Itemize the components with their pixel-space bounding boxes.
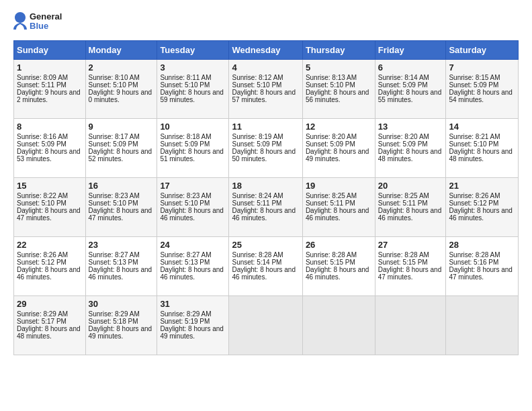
calendar-cell: 16Sunrise: 8:23 AMSunset: 5:10 PMDayligh… xyxy=(85,178,157,237)
daylight-label: Daylight: 8 hours and 46 minutes. xyxy=(160,266,224,281)
weekday-header-sunday: Sunday xyxy=(14,41,86,60)
sunrise-label: Sunrise: 8:28 AM xyxy=(449,251,500,259)
sunset-label: Sunset: 5:09 PM xyxy=(160,140,210,148)
weekday-header-tuesday: Tuesday xyxy=(157,41,229,60)
calendar-page: General Blue SundayMondayTuesdayWednesda… xyxy=(0,0,532,366)
daylight-label: Daylight: 8 hours and 49 minutes. xyxy=(160,325,224,340)
daylight-label: Daylight: 9 hours and 0 minutes. xyxy=(89,89,152,103)
calendar-cell xyxy=(446,296,519,355)
sunrise-label: Sunrise: 8:24 AM xyxy=(232,192,283,199)
weekday-header-wednesday: Wednesday xyxy=(229,41,302,60)
sunrise-label: Sunrise: 8:22 AM xyxy=(17,192,68,199)
sunset-label: Sunset: 5:16 PM xyxy=(449,259,498,266)
calendar-cell: 5Sunrise: 8:13 AMSunset: 5:10 PMDaylight… xyxy=(302,60,375,119)
sunset-label: Sunset: 5:09 PM xyxy=(449,81,498,89)
daylight-label: Daylight: 8 hours and 51 minutes. xyxy=(160,148,224,163)
calendar-cell: 15Sunrise: 8:22 AMSunset: 5:10 PMDayligh… xyxy=(14,178,86,237)
daylight-label: Daylight: 8 hours and 46 minutes. xyxy=(232,266,296,281)
day-number: 28 xyxy=(449,240,515,250)
calendar-cell: 22Sunrise: 8:26 AMSunset: 5:12 PMDayligh… xyxy=(14,237,86,296)
sunset-label: Sunset: 5:11 PM xyxy=(232,199,281,207)
daylight-label: Daylight: 8 hours and 46 minutes. xyxy=(17,266,81,281)
day-number: 9 xyxy=(89,122,154,132)
day-number: 21 xyxy=(449,181,515,191)
sunrise-label: Sunrise: 8:10 AM xyxy=(89,74,140,81)
sunrise-label: Sunrise: 8:20 AM xyxy=(378,133,429,140)
sunrise-label: Sunrise: 8:26 AM xyxy=(17,251,68,259)
sunset-label: Sunset: 5:15 PM xyxy=(306,259,355,266)
week-row-4: 22Sunrise: 8:26 AMSunset: 5:12 PMDayligh… xyxy=(14,237,519,296)
daylight-label: Daylight: 8 hours and 46 minutes. xyxy=(306,266,369,281)
week-row-2: 8Sunrise: 8:16 AMSunset: 5:09 PMDaylight… xyxy=(14,119,519,178)
sunset-label: Sunset: 5:11 PM xyxy=(306,199,355,207)
day-number: 19 xyxy=(306,181,372,191)
sunset-label: Sunset: 5:15 PM xyxy=(378,259,428,266)
calendar-cell: 18Sunrise: 8:24 AMSunset: 5:11 PMDayligh… xyxy=(229,178,302,237)
sunset-label: Sunset: 5:09 PM xyxy=(89,140,138,148)
week-row-3: 15Sunrise: 8:22 AMSunset: 5:10 PMDayligh… xyxy=(14,178,519,237)
sunrise-label: Sunrise: 8:29 AM xyxy=(17,310,68,318)
daylight-label: Daylight: 8 hours and 55 minutes. xyxy=(378,89,442,103)
day-number: 27 xyxy=(378,240,443,250)
calendar-cell: 29Sunrise: 8:29 AMSunset: 5:17 PMDayligh… xyxy=(14,296,86,355)
sunset-label: Sunset: 5:10 PM xyxy=(306,81,355,89)
calendar-cell: 7Sunrise: 8:15 AMSunset: 5:09 PMDaylight… xyxy=(446,60,519,119)
calendar-cell: 23Sunrise: 8:27 AMSunset: 5:13 PMDayligh… xyxy=(85,237,157,296)
sunset-label: Sunset: 5:11 PM xyxy=(17,81,66,89)
calendar-cell: 14Sunrise: 8:21 AMSunset: 5:10 PMDayligh… xyxy=(446,119,519,178)
sunrise-label: Sunrise: 8:29 AM xyxy=(89,310,140,318)
day-number: 12 xyxy=(306,122,372,132)
calendar-cell xyxy=(302,296,375,355)
daylight-label: Daylight: 8 hours and 57 minutes. xyxy=(232,89,296,103)
sunset-label: Sunset: 5:17 PM xyxy=(17,318,66,325)
calendar-cell: 17Sunrise: 8:23 AMSunset: 5:10 PMDayligh… xyxy=(157,178,229,237)
day-number: 11 xyxy=(232,122,299,132)
daylight-label: Daylight: 8 hours and 53 minutes. xyxy=(17,148,81,163)
week-row-5: 29Sunrise: 8:29 AMSunset: 5:17 PMDayligh… xyxy=(14,296,519,355)
header: General Blue xyxy=(13,11,519,32)
daylight-label: Daylight: 8 hours and 48 minutes. xyxy=(378,148,442,163)
sunset-label: Sunset: 5:09 PM xyxy=(306,140,355,148)
sunrise-label: Sunrise: 8:27 AM xyxy=(160,251,211,259)
calendar-cell xyxy=(375,296,446,355)
daylight-label: Daylight: 8 hours and 48 minutes. xyxy=(17,325,81,340)
day-number: 2 xyxy=(89,62,154,73)
sunrise-label: Sunrise: 8:28 AM xyxy=(306,251,357,259)
sunrise-label: Sunrise: 8:23 AM xyxy=(160,192,211,199)
sunset-label: Sunset: 5:10 PM xyxy=(160,199,210,207)
day-number: 30 xyxy=(89,299,154,309)
sunset-label: Sunset: 5:14 PM xyxy=(232,259,281,266)
day-number: 26 xyxy=(306,240,372,250)
calendar-cell: 2Sunrise: 8:10 AMSunset: 5:10 PMDaylight… xyxy=(85,60,157,119)
sunset-label: Sunset: 5:13 PM xyxy=(89,259,138,266)
sunset-label: Sunset: 5:11 PM xyxy=(378,199,428,207)
calendar-cell xyxy=(229,296,302,355)
sunset-label: Sunset: 5:10 PM xyxy=(232,81,281,89)
sunset-label: Sunset: 5:18 PM xyxy=(89,318,138,325)
sunset-label: Sunset: 5:09 PM xyxy=(378,140,428,148)
sunrise-label: Sunrise: 8:12 AM xyxy=(232,74,283,81)
day-number: 17 xyxy=(160,181,226,191)
day-number: 3 xyxy=(160,62,226,73)
daylight-label: Daylight: 8 hours and 48 minutes. xyxy=(449,148,513,163)
sunset-label: Sunset: 5:09 PM xyxy=(232,140,281,148)
sunrise-label: Sunrise: 8:18 AM xyxy=(160,133,211,140)
calendar-cell: 19Sunrise: 8:25 AMSunset: 5:11 PMDayligh… xyxy=(302,178,375,237)
daylight-label: Daylight: 8 hours and 49 minutes. xyxy=(306,148,369,163)
calendar-cell: 11Sunrise: 8:19 AMSunset: 5:09 PMDayligh… xyxy=(229,119,302,178)
calendar-cell: 27Sunrise: 8:28 AMSunset: 5:15 PMDayligh… xyxy=(375,237,446,296)
daylight-label: Daylight: 8 hours and 56 minutes. xyxy=(306,89,369,103)
daylight-label: Daylight: 8 hours and 47 minutes. xyxy=(89,207,152,222)
sunset-label: Sunset: 5:09 PM xyxy=(378,81,428,89)
day-number: 6 xyxy=(378,62,443,73)
sunset-label: Sunset: 5:12 PM xyxy=(449,199,498,207)
day-number: 16 xyxy=(89,181,154,191)
daylight-label: Daylight: 8 hours and 54 minutes. xyxy=(449,89,513,103)
sunset-label: Sunset: 5:12 PM xyxy=(17,259,66,266)
calendar-cell: 1Sunrise: 8:09 AMSunset: 5:11 PMDaylight… xyxy=(14,60,86,119)
sunrise-label: Sunrise: 8:21 AM xyxy=(449,133,500,140)
sunset-label: Sunset: 5:10 PM xyxy=(89,81,138,89)
sunrise-label: Sunrise: 8:13 AM xyxy=(306,74,357,81)
calendar-cell: 10Sunrise: 8:18 AMSunset: 5:09 PMDayligh… xyxy=(157,119,229,178)
day-number: 1 xyxy=(17,62,83,73)
